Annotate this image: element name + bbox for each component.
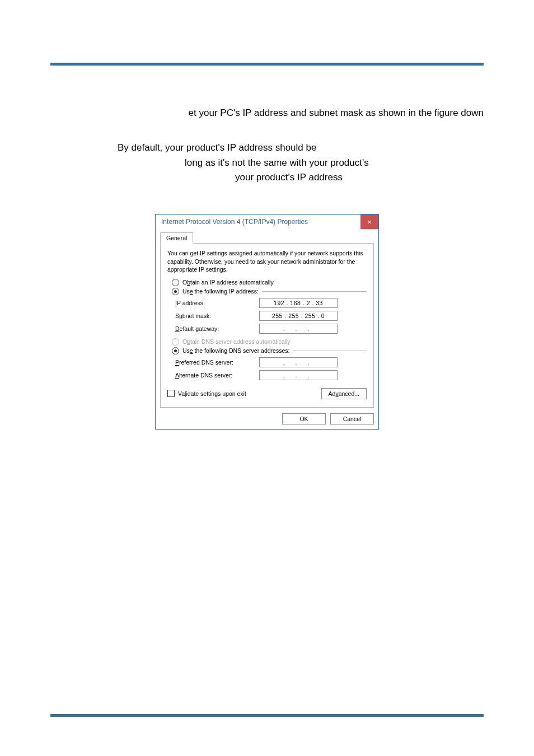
description-text: You can get IP settings assigned automat… (167, 249, 367, 273)
group-rule (262, 291, 367, 292)
radio-icon (172, 288, 179, 295)
alternate-dns-label: Alternate DNS server: (175, 372, 259, 379)
field-preferred-dns: Preferred DNS server: . . . (175, 357, 367, 367)
field-subnet-mask: Subnet mask: 255 . 255 . 255 . 0 (175, 311, 367, 321)
alternate-dns-input[interactable]: . . . (259, 370, 338, 380)
preferred-dns-label: Preferred DNS server: (175, 359, 259, 366)
default-gateway-label: Default gateway: (175, 325, 259, 332)
field-default-gateway: Default gateway: . . . (175, 324, 367, 334)
group-rule (293, 351, 367, 351)
radio-icon (172, 279, 179, 286)
dialog-title: Internet Protocol Version 4 (TCP/IPv4) P… (156, 214, 360, 229)
tab-general[interactable]: General (160, 232, 193, 244)
checkbox-validate-on-exit[interactable]: Validate settings upon exit (167, 390, 246, 397)
close-button[interactable]: × (360, 214, 378, 229)
subnet-mask-input[interactable]: 255 . 255 . 255 . 0 (259, 311, 338, 321)
checkbox-icon (167, 390, 175, 397)
default-gateway-input[interactable]: . . . (259, 324, 338, 334)
body-line-1: et your PC's IP address and subnet mask … (50, 106, 484, 120)
radio-icon (172, 347, 179, 354)
radio-obtain-ip-auto[interactable]: Obtain an IP address automatically (172, 279, 367, 286)
ipv4-properties-dialog: Internet Protocol Version 4 (TCP/IPv4) P… (155, 214, 379, 430)
body-line-3: long as it's not the same with your prod… (50, 156, 484, 170)
tab-general-body: You can get IP settings assigned automat… (160, 243, 374, 408)
close-icon: × (367, 218, 372, 226)
field-alternate-dns: Alternate DNS server: . . . (175, 370, 367, 380)
ip-address-label: IP address: (175, 300, 259, 306)
radio-obtain-dns-auto: Obtain DNS server address automatically (172, 338, 367, 346)
radio-use-following-dns[interactable]: Use the following DNS server addresses: (172, 347, 367, 354)
radio-label: Use the following IP address: (182, 288, 259, 295)
body-line-2: By default, your product's IP address sh… (50, 141, 484, 155)
preferred-dns-input[interactable]: . . . (259, 357, 338, 367)
checkbox-label: Validate settings upon exit (178, 390, 246, 397)
radio-icon (172, 338, 179, 346)
field-ip-address: IP address: 192 . 168 . 2 . 33 (175, 298, 367, 308)
ok-button[interactable]: OK (282, 413, 326, 424)
subnet-mask-label: Subnet mask: (175, 312, 259, 319)
advanced-button[interactable]: Advanced... (321, 388, 367, 399)
cancel-button[interactable]: Cancel (330, 413, 374, 424)
radio-use-following-ip[interactable]: Use the following IP address: (172, 288, 367, 295)
dialog-titlebar: Internet Protocol Version 4 (TCP/IPv4) P… (156, 214, 378, 229)
ip-address-input[interactable]: 192 . 168 . 2 . 33 (259, 298, 338, 308)
bottom-rule (50, 714, 484, 717)
radio-label: Obtain DNS server address automatically (182, 338, 291, 345)
radio-label: Use the following DNS server addresses: (182, 347, 289, 354)
body-line-4: your product's IP address (50, 170, 484, 185)
radio-label: Obtain an IP address automatically (182, 279, 274, 286)
body-text-block: et your PC's IP address and subnet mask … (50, 106, 484, 185)
